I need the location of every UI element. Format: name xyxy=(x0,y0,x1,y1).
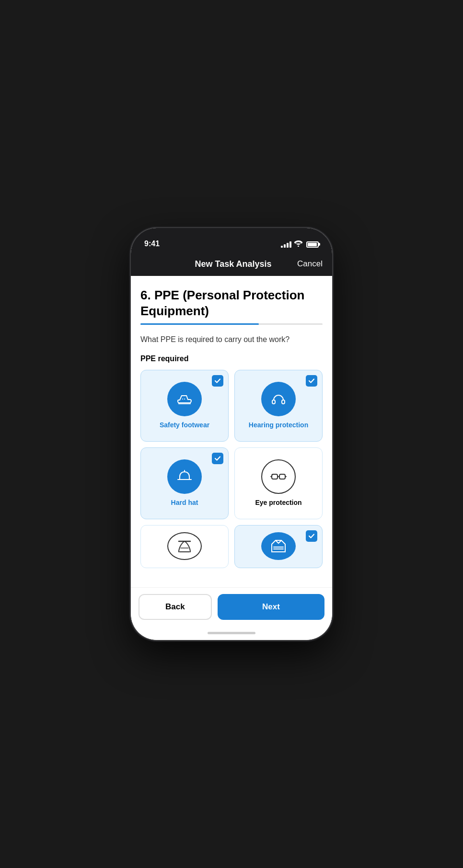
notch xyxy=(198,228,265,242)
svg-point-0 xyxy=(182,399,183,400)
next-button[interactable]: Next xyxy=(218,594,324,620)
checkmark-hard-hat xyxy=(212,453,223,464)
hearing-protection-label: Hearing protection xyxy=(249,421,308,429)
section-title: 6. PPE (Personal Protection Equipment) xyxy=(140,287,323,319)
checkmark-hi-vis-vest xyxy=(306,530,317,542)
phone-frame: 9:41 xyxy=(131,228,332,640)
nav-title: New Task Analysis xyxy=(195,259,272,269)
cancel-button[interactable]: Cancel xyxy=(297,259,323,269)
ppe-card-safety-footwear[interactable]: Safety footwear xyxy=(140,370,229,442)
hearing-protection-icon-circle xyxy=(261,382,296,416)
progress-bar-container xyxy=(140,323,323,325)
ppe-card-hearing-protection[interactable]: Hearing protection xyxy=(234,370,323,442)
safety-footwear-label: Safety footwear xyxy=(160,421,209,429)
svg-rect-2 xyxy=(272,400,275,404)
battery-icon xyxy=(306,241,319,248)
face-shield-icon-circle xyxy=(167,532,202,560)
svg-rect-5 xyxy=(279,474,285,479)
home-indicator xyxy=(131,626,332,640)
content-area: 6. PPE (Personal Protection Equipment) W… xyxy=(131,276,332,587)
eye-protection-label: Eye protection xyxy=(255,499,301,506)
home-bar xyxy=(208,632,255,634)
ppe-required-label: PPE required xyxy=(140,354,323,363)
ppe-card-hard-hat[interactable]: Hard hat xyxy=(140,447,229,519)
hard-hat-label: Hard hat xyxy=(171,499,198,506)
ppe-card-hi-vis-vest[interactable] xyxy=(234,525,323,568)
checkmark-safety-footwear xyxy=(212,375,223,387)
ppe-card-eye-protection[interactable]: Eye protection xyxy=(234,447,323,519)
back-button[interactable]: Back xyxy=(139,594,212,620)
wifi-icon xyxy=(294,240,302,248)
checkmark-hearing-protection xyxy=(306,375,317,387)
signal-bars-icon xyxy=(281,241,291,248)
bottom-bar: Back Next xyxy=(131,587,332,626)
hard-hat-icon-circle xyxy=(167,459,202,494)
ppe-card-face-shield[interactable] xyxy=(140,525,229,568)
status-time: 9:41 xyxy=(144,240,160,248)
progress-bar-fill xyxy=(140,323,259,325)
status-icons xyxy=(281,240,319,248)
phone-screen: 9:41 xyxy=(131,228,332,640)
nav-bar: New Task Analysis Cancel xyxy=(131,252,332,276)
ppe-grid: Safety footwear xyxy=(140,370,323,568)
svg-rect-3 xyxy=(282,400,285,404)
section-description: What PPE is required to carry out the wo… xyxy=(140,334,323,345)
eye-protection-icon-circle xyxy=(261,459,296,494)
svg-point-1 xyxy=(184,399,185,400)
hi-vis-vest-icon-circle xyxy=(261,532,296,560)
safety-footwear-icon-circle xyxy=(167,382,202,416)
